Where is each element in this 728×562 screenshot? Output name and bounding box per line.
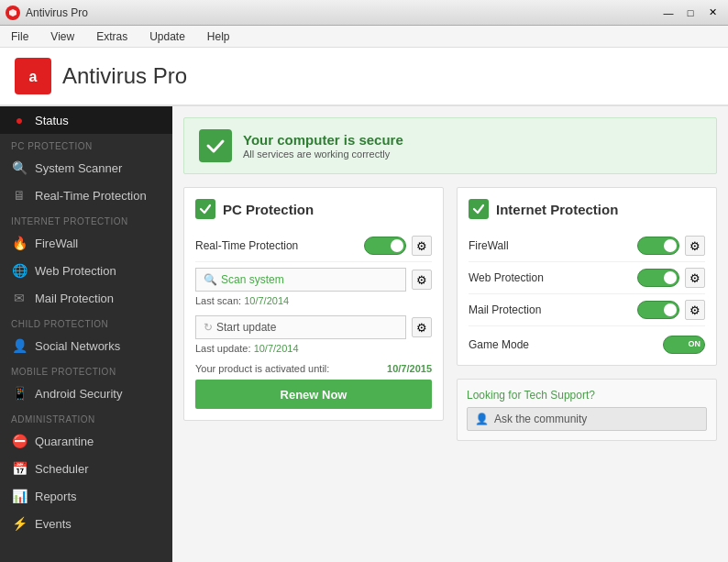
sidebar-web-label: Web Protection <box>35 264 116 278</box>
realtime-toggle[interactable] <box>364 237 406 255</box>
status-check-icon <box>199 129 232 162</box>
title-bar-text: Antivirus Pro <box>26 6 88 19</box>
internet-check-icon <box>469 199 489 219</box>
web-icon: 🌐 <box>11 263 28 278</box>
mobile-section-label: MOBILE PROTECTION <box>0 359 172 380</box>
update-label: Start update <box>216 321 276 334</box>
last-update-row: Last update: 10/7/2014 <box>195 341 432 358</box>
support-title-p1: Looking for <box>467 389 521 402</box>
internet-protection-title: Internet Protection <box>496 202 618 217</box>
scanner-icon: 🔍 <box>11 160 28 175</box>
firewall-icon: 🔥 <box>11 236 28 250</box>
scan-input-label: Scan system <box>221 273 284 286</box>
sidebar-item-realtime[interactable]: 🖥 Real-Time Protection <box>0 182 172 209</box>
scheduler-icon: 📅 <box>11 461 28 476</box>
reports-icon: 📊 <box>11 489 28 503</box>
sidebar-scanner-label: System Scanner <box>35 161 122 175</box>
mailprotect-gear-button[interactable]: ⚙ <box>685 300 705 320</box>
sidebar-item-social[interactable]: 👤 Social Networks <box>0 332 172 359</box>
pc-check-icon <box>195 199 215 219</box>
firewall-gear-button[interactable]: ⚙ <box>685 236 705 256</box>
realtime-gear-button[interactable]: ⚙ <box>412 236 432 256</box>
last-scan-label: Last scan: <box>195 295 241 306</box>
app-logo: a <box>15 58 51 94</box>
last-update-label: Last update: <box>195 343 251 354</box>
scan-input[interactable]: 🔍 Scan system <box>195 268 406 292</box>
scan-search-icon: 🔍 <box>204 273 217 286</box>
minimize-button[interactable]: — <box>658 5 678 21</box>
quarantine-icon: ⛔ <box>11 434 28 448</box>
scan-row: 🔍 Scan system ⚙ <box>195 262 432 293</box>
sidebar-item-system-scanner[interactable]: 🔍 System Scanner <box>0 154 172 182</box>
maximize-button[interactable]: □ <box>680 5 700 21</box>
menu-bar: File View Extras Update Help <box>0 26 728 48</box>
gamemode-row: Game Mode <box>469 326 705 354</box>
support-community-button[interactable]: 👤 Ask the community <box>467 407 707 431</box>
child-section-label: CHILD PROTECTION <box>0 312 172 332</box>
firewall-toggle[interactable] <box>637 237 679 255</box>
webprotect-toggle[interactable] <box>637 269 679 287</box>
renew-button[interactable]: Renew Now <box>195 380 432 409</box>
last-update-date: 10/7/2014 <box>254 343 299 354</box>
status-banner: Your computer is secure All services are… <box>183 117 717 174</box>
sidebar-item-webprotection[interactable]: 🌐 Web Protection <box>0 257 172 284</box>
realtime-label: Real-Time Protection <box>195 239 298 252</box>
mailprotect-toggle-row: Mail Protection ⚙ <box>469 294 705 326</box>
support-title-p2: Support? <box>550 389 595 402</box>
android-icon: 📱 <box>11 386 28 401</box>
sidebar-scheduler-label: Scheduler <box>35 462 89 476</box>
gamemode-toggle[interactable] <box>663 336 705 354</box>
sidebar-item-scheduler[interactable]: 📅 Scheduler <box>0 455 172 482</box>
close-button[interactable]: ✕ <box>702 5 722 21</box>
webprotect-gear-button[interactable]: ⚙ <box>685 268 705 288</box>
support-user-icon: 👤 <box>475 413 489 425</box>
sidebar-social-label: Social Networks <box>35 339 120 353</box>
menu-file[interactable]: File <box>7 28 32 45</box>
last-scan-date: 10/7/2014 <box>244 295 289 306</box>
sidebar-mail-label: Mail Protection <box>35 292 114 305</box>
pc-protection-card: PC Protection Real-Time Protection ⚙ � <box>183 187 444 421</box>
sidebar-item-status[interactable]: ● Status <box>0 106 172 134</box>
app-icon <box>6 6 20 20</box>
sidebar-events-label: Events <box>35 517 72 531</box>
sidebar-item-events[interactable]: ⚡ Events <box>0 510 172 537</box>
sidebar-item-android[interactable]: 📱 Android Security <box>0 380 172 407</box>
internet-protection-card: Internet Protection FireWall ⚙ Web Prote… <box>457 187 717 366</box>
pc-section-label: PC PROTECTION <box>0 134 172 154</box>
internet-section-label: INTERNET PROTECTION <box>0 209 172 229</box>
menu-update[interactable]: Update <box>146 28 189 45</box>
social-icon: 👤 <box>11 338 28 353</box>
sidebar-item-firewall[interactable]: 🔥 FireWall <box>0 229 172 257</box>
admin-section-label: ADMINISTRATION <box>0 407 172 427</box>
sidebar-status-label: Status <box>35 114 69 127</box>
realtime-toggle-row: Real-Time Protection ⚙ <box>195 230 432 262</box>
sidebar-item-mailprotection[interactable]: ✉ Mail Protection <box>0 284 172 312</box>
status-title: Your computer is secure <box>243 132 403 148</box>
menu-view[interactable]: View <box>47 28 78 45</box>
sidebar-quarantine-label: Quarantine <box>35 435 94 448</box>
mailprotect-label: Mail Protection <box>469 303 541 316</box>
menu-help[interactable]: Help <box>204 28 234 45</box>
webprotect-toggle-row: Web Protection ⚙ <box>469 262 705 294</box>
gamemode-label: Game Mode <box>469 338 529 351</box>
sidebar-item-quarantine[interactable]: ⛔ Quarantine <box>0 427 172 455</box>
sidebar-reports-label: Reports <box>35 490 77 503</box>
support-card: Looking for Tech Support? 👤 Ask the comm… <box>457 379 717 441</box>
pc-protection-title: PC Protection <box>223 202 314 217</box>
activation-date: 10/7/2015 <box>387 363 432 374</box>
update-button[interactable]: ↻ Start update <box>195 315 406 339</box>
sidebar-item-reports[interactable]: 📊 Reports <box>0 482 172 510</box>
mailprotect-toggle[interactable] <box>637 301 679 319</box>
scan-gear-button[interactable]: ⚙ <box>412 270 432 290</box>
firewall-label: FireWall <box>469 239 509 252</box>
events-icon: ⚡ <box>11 516 28 531</box>
app-title: Antivirus Pro <box>62 63 187 89</box>
menu-extras[interactable]: Extras <box>93 28 131 45</box>
sidebar-realtime-label: Real-Time Protection <box>35 189 147 203</box>
activation-label: Your product is activated until: <box>195 363 329 374</box>
status-icon: ● <box>11 113 28 127</box>
app-header: a Antivirus Pro <box>0 48 728 106</box>
realtime-icon: 🖥 <box>11 188 28 203</box>
update-gear-button[interactable]: ⚙ <box>412 317 432 337</box>
last-scan-row: Last scan: 10/7/2014 <box>195 293 432 312</box>
